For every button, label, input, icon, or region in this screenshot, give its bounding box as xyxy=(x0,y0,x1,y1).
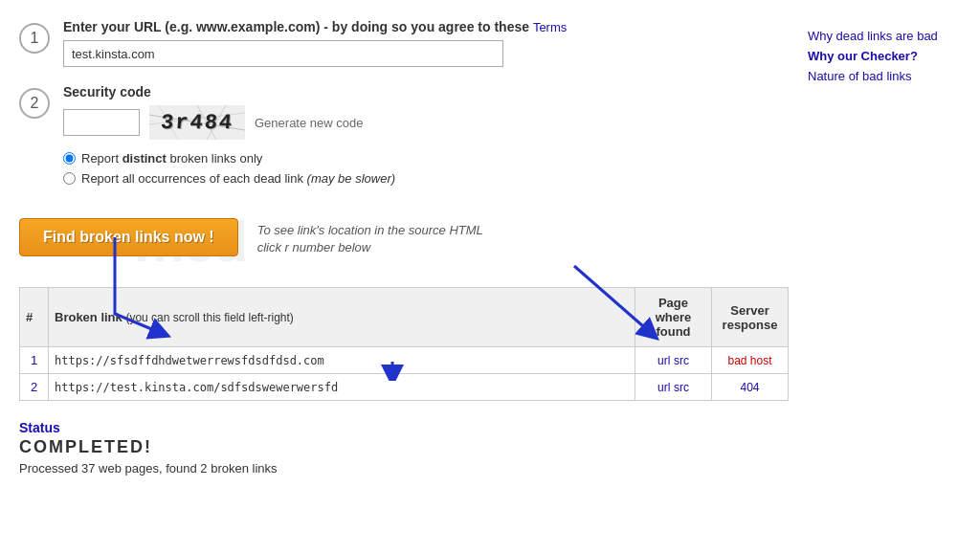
radio-distinct[interactable] xyxy=(63,152,76,165)
find-row: Find broken links now ! To see link's lo… xyxy=(19,209,789,272)
row-page-cell: url src xyxy=(635,374,712,401)
sidebar-link-nature-bad[interactable]: Nature of bad links xyxy=(808,69,961,83)
row-num-cell: 1 xyxy=(20,347,49,374)
page-url-link[interactable]: url xyxy=(657,381,670,394)
sidebar-link-why-checker[interactable]: Why our Checker? xyxy=(808,49,961,63)
row-server-cell: 404 xyxy=(712,374,789,401)
page-src-link[interactable]: src xyxy=(674,354,689,367)
row-num-link[interactable]: 1 xyxy=(31,353,37,367)
captcha-image: 3r484 xyxy=(149,105,245,140)
step-2-content: Security code 3r484 Generate new co xyxy=(63,84,789,191)
radio-group: Report distinct broken links only Report… xyxy=(63,151,789,186)
status-label: Status xyxy=(19,420,789,435)
terms-link[interactable]: Terms xyxy=(533,20,567,34)
processed-text: Processed 37 web pages, found 2 broken l… xyxy=(19,461,789,476)
table-row: 2https://test.kinsta.com/sdfsdswewerwers… xyxy=(20,374,789,401)
radio-2-label: Report all occurrences of each dead link… xyxy=(81,171,395,186)
col-header-page: Pagewherefound xyxy=(635,288,712,347)
col-header-broken-link: Broken link (you can scroll this field l… xyxy=(49,288,635,347)
step-1-label-text: Enter your URL (e.g. www.example.com) xyxy=(63,19,320,34)
radio-option-2[interactable]: Report all occurrences of each dead link… xyxy=(63,171,789,186)
row-num-cell: 2 xyxy=(20,374,49,401)
radio-1-label: Report distinct broken links only xyxy=(81,151,262,166)
row-url-cell: https://sfsdffdhdwetwerrewsfdsdfdsd.com xyxy=(49,347,635,374)
step-2: 2 Security code 3r484 xyxy=(19,84,789,191)
completed-text: COMPLETED! xyxy=(19,437,789,457)
page-url-link[interactable]: url xyxy=(657,354,670,367)
page-src-link[interactable]: src xyxy=(674,381,689,394)
row-page-cell: url src xyxy=(635,347,712,374)
security-row: 3r484 Generate new code xyxy=(63,105,789,140)
row-url-cell: https://test.kinsta.com/sdfsdswewerwersf… xyxy=(49,374,635,401)
table-header-row: # Broken link (you can scroll this field… xyxy=(20,288,789,347)
captcha-text: 3r484 xyxy=(160,111,234,135)
step-1-content: Enter your URL (e.g. www.example.com) - … xyxy=(63,19,789,67)
step-1: 1 Enter your URL (e.g. www.example.com) … xyxy=(19,19,789,67)
step-2-label: Security code xyxy=(63,84,789,100)
arrows-container: med Find broken links now ! To see lin xyxy=(19,209,789,476)
step-1-label: Enter your URL (e.g. www.example.com) - … xyxy=(63,19,789,34)
step-1-number: 1 xyxy=(19,23,50,54)
step-1-note: - by doing so you agree to these xyxy=(323,19,533,34)
find-broken-links-button[interactable]: Find broken links now ! xyxy=(19,218,238,256)
radio-option-1[interactable]: Report distinct broken links only xyxy=(63,151,789,166)
results-table: # Broken link (you can scroll this field… xyxy=(19,287,789,401)
step-2-number: 2 xyxy=(19,88,50,119)
url-input[interactable] xyxy=(63,40,503,67)
radio-all[interactable] xyxy=(63,172,76,185)
table-row: 1https://sfsdffdhdwetwerrewsfdsdfdsd.com… xyxy=(20,347,789,374)
col-header-server: Serverresponse xyxy=(712,288,789,347)
tip-text: To see link's location in the source HTM… xyxy=(257,222,483,256)
row-num-link[interactable]: 2 xyxy=(31,380,37,394)
row-server-cell: bad host xyxy=(712,347,789,374)
captcha-input[interactable] xyxy=(63,109,140,136)
server-response-link[interactable]: 404 xyxy=(740,381,759,394)
generate-code-link[interactable]: Generate new code xyxy=(255,116,363,130)
server-response-link[interactable]: bad host xyxy=(727,354,771,367)
col-header-num: # xyxy=(20,288,49,347)
sidebar: Why dead links are bad Why our Checker? … xyxy=(808,19,961,534)
status-section: Status COMPLETED! Processed 37 web pages… xyxy=(19,420,789,476)
sidebar-link-why-dead[interactable]: Why dead links are bad xyxy=(808,29,961,43)
